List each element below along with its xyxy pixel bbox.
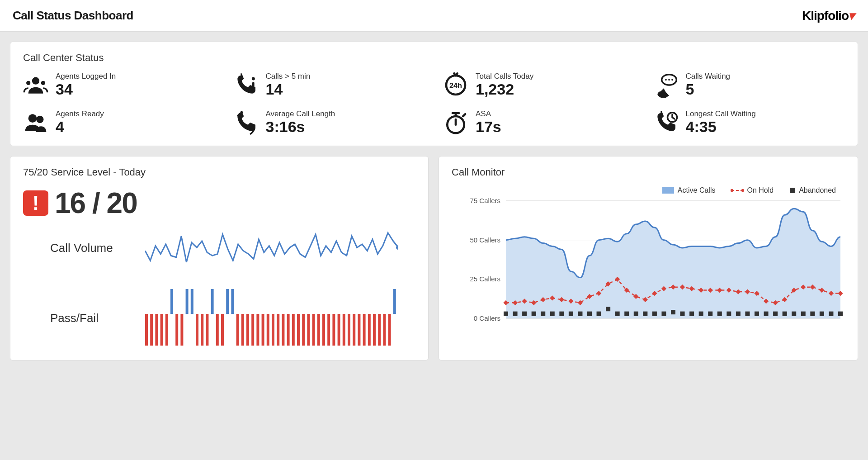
svg-rect-56 — [348, 314, 350, 346]
legend-active-calls: Active Calls — [662, 186, 716, 194]
svg-rect-140 — [773, 311, 778, 316]
svg-rect-128 — [661, 311, 666, 316]
svg-text:24h: 24h — [449, 81, 462, 90]
svg-rect-146 — [829, 311, 833, 316]
svg-rect-30 — [216, 314, 219, 346]
svg-rect-54 — [338, 314, 340, 346]
service-level-value: 16 / 20 — [55, 186, 137, 220]
svg-text:25 Callers: 25 Callers — [470, 275, 500, 283]
svg-rect-137 — [745, 311, 750, 316]
metric-24h: 24hTotal Calls Today1,232 — [443, 72, 635, 98]
svg-rect-35 — [241, 314, 244, 346]
svg-rect-143 — [801, 311, 806, 316]
svg-rect-43 — [282, 314, 284, 346]
calls-waiting-icon — [653, 72, 679, 98]
svg-rect-65 — [393, 289, 396, 314]
svg-rect-27 — [201, 314, 203, 346]
svg-rect-144 — [810, 311, 815, 316]
svg-rect-118 — [569, 311, 573, 316]
svg-rect-33 — [231, 289, 234, 314]
svg-rect-52 — [327, 314, 330, 346]
svg-point-10 — [671, 79, 673, 81]
header: Call Status Dashboard Klipfolio▾ — [0, 0, 868, 32]
svg-rect-123 — [615, 311, 620, 316]
svg-rect-29 — [211, 289, 214, 314]
svg-rect-41 — [272, 314, 274, 346]
metric-long-call: Calls > 5 min14 — [233, 72, 425, 98]
alert-icon: ! — [23, 190, 48, 216]
svg-rect-18 — [155, 314, 158, 346]
svg-rect-61 — [373, 314, 376, 346]
metric-value: 3:16s — [266, 119, 335, 135]
stopwatch-icon — [443, 110, 468, 135]
metric-label: Calls > 5 min — [266, 72, 311, 81]
metric-value: 17s — [476, 119, 501, 135]
svg-point-2 — [41, 81, 45, 85]
agents-ready-icon — [23, 110, 48, 135]
svg-rect-64 — [388, 314, 391, 346]
metric-value: 5 — [686, 81, 731, 98]
agents-logged-in-icon — [23, 72, 48, 98]
svg-rect-58 — [358, 314, 360, 346]
brand-logo: Klipfolio▾ — [802, 8, 855, 23]
svg-rect-42 — [277, 314, 279, 346]
svg-rect-22 — [175, 314, 178, 346]
svg-rect-114 — [532, 311, 536, 316]
call-center-status-panel: Call Center Status Agents Logged In34Cal… — [10, 42, 858, 146]
svg-rect-62 — [378, 314, 381, 346]
svg-point-0 — [32, 77, 39, 84]
legend-abandoned: Abandoned — [790, 186, 836, 194]
metric-agents-logged-in: Agents Logged In34 — [23, 72, 215, 98]
long-call-icon — [233, 72, 259, 98]
svg-rect-124 — [624, 311, 629, 316]
pass-fail-label: Pass/Fail — [50, 311, 145, 325]
metric-label: Average Call Length — [266, 109, 335, 119]
metric-label: Longest Call Waiting — [686, 109, 756, 119]
svg-rect-44 — [287, 314, 290, 346]
metric-label: Total Calls Today — [476, 72, 533, 81]
svg-rect-28 — [206, 314, 208, 346]
svg-point-8 — [665, 79, 667, 81]
metric-value: 4:35 — [686, 119, 756, 135]
svg-rect-53 — [332, 314, 335, 346]
svg-rect-120 — [587, 311, 592, 316]
metric-label: Agents Ready — [56, 109, 104, 119]
metric-label: ASA — [476, 109, 501, 119]
svg-rect-45 — [292, 314, 295, 346]
svg-rect-40 — [267, 314, 269, 346]
svg-rect-48 — [307, 314, 310, 346]
svg-rect-127 — [652, 311, 657, 316]
avg-call-length-icon — [233, 110, 259, 135]
svg-rect-117 — [559, 311, 564, 316]
metric-label: Calls Waiting — [686, 72, 731, 81]
call-monitor-chart-wrap: 0 Callers25 Callers50 Callers75 Callers — [452, 196, 845, 334]
svg-rect-46 — [297, 314, 300, 346]
panel-title: Call Monitor — [452, 166, 845, 178]
svg-point-1 — [26, 81, 30, 85]
svg-rect-4 — [252, 82, 255, 88]
svg-rect-116 — [550, 311, 555, 316]
svg-rect-145 — [820, 311, 824, 316]
svg-rect-134 — [717, 311, 722, 316]
svg-rect-38 — [256, 314, 259, 346]
svg-rect-59 — [363, 314, 366, 346]
svg-rect-130 — [680, 311, 685, 316]
svg-rect-50 — [317, 314, 320, 346]
svg-rect-121 — [597, 311, 601, 316]
svg-rect-147 — [838, 311, 843, 316]
svg-rect-63 — [383, 314, 386, 346]
page-title: Call Status Dashboard — [13, 9, 133, 23]
svg-rect-138 — [755, 311, 759, 316]
call-monitor-panel: Call Monitor Active Calls On Hold Abando… — [439, 156, 858, 360]
svg-rect-24 — [186, 289, 189, 314]
svg-rect-19 — [160, 314, 163, 346]
svg-rect-39 — [262, 314, 264, 346]
svg-rect-34 — [236, 314, 239, 346]
svg-rect-133 — [708, 311, 712, 316]
svg-rect-16 — [145, 314, 148, 346]
svg-point-12 — [36, 116, 43, 123]
svg-text:0 Callers: 0 Callers — [474, 314, 500, 322]
svg-rect-139 — [764, 311, 769, 316]
svg-rect-25 — [191, 289, 193, 314]
svg-rect-125 — [634, 311, 638, 316]
